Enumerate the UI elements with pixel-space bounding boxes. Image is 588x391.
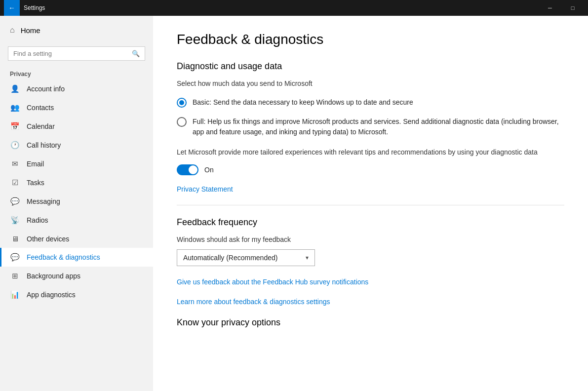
tailored-section: Let Microsoft provide more tailored expe… (177, 147, 564, 175)
sidebar-section-label: Privacy (0, 67, 153, 79)
search-icon: 🔍 (132, 50, 140, 57)
sidebar-item-background-apps[interactable]: ⊞ Background apps (0, 267, 153, 285)
sidebar-item-call-history-label: Call history (27, 141, 61, 149)
back-button[interactable]: ← (4, 0, 20, 16)
titlebar-controls: ─ □ (539, 0, 584, 16)
tailored-text: Let Microsoft provide more tailored expe… (177, 147, 564, 157)
tailored-toggle[interactable] (177, 164, 198, 175)
diagnostic-section-description: Select how much data you send to Microso… (177, 79, 564, 87)
sidebar-item-contacts-label: Contacts (27, 104, 54, 112)
call-history-icon: 🕐 (10, 141, 20, 150)
titlebar: ← Settings ─ □ (0, 0, 588, 16)
titlebar-title: Settings (24, 4, 535, 11)
radio-full-label: Full: Help us fix things and improve Mic… (193, 117, 564, 137)
sidebar-item-calendar-label: Calendar (27, 122, 55, 130)
sidebar-item-radios-label: Radios (27, 216, 48, 224)
feedback-freq-label: Windows should ask for my feedback (177, 235, 564, 243)
calendar-icon: 📅 (10, 122, 20, 131)
app-diagnostics-icon: 📊 (10, 290, 20, 299)
sidebar-item-calendar[interactable]: 📅 Calendar (0, 117, 153, 136)
search-input[interactable] (13, 50, 128, 57)
feedback-freq-title: Feedback frequency (177, 217, 564, 228)
tasks-icon: ☑ (10, 178, 20, 187)
maximize-button[interactable]: □ (561, 0, 584, 16)
radio-full: Full: Help us fix things and improve Mic… (177, 117, 564, 137)
email-icon: ✉ (10, 159, 20, 168)
background-apps-icon: ⊞ (10, 272, 20, 280)
know-privacy-title: Know your privacy options (177, 317, 564, 328)
learn-more-link[interactable]: Learn more about feedback & diagnostics … (177, 298, 564, 306)
sidebar-item-account-info-label: Account info (27, 85, 65, 93)
maximize-icon: □ (571, 5, 575, 11)
tailored-toggle-label: On (204, 166, 214, 174)
sidebar-item-radios[interactable]: 📡 Radios (0, 211, 153, 230)
app-container: ⌂ Home 🔍 Privacy 👤 Account info 👥 Contac… (0, 16, 588, 391)
feedback-diagnostics-icon: 💬 (10, 253, 20, 262)
other-devices-icon: 🖥 (10, 235, 20, 243)
sidebar: ⌂ Home 🔍 Privacy 👤 Account info 👥 Contac… (0, 16, 153, 391)
sidebar-item-messaging-label: Messaging (27, 197, 60, 205)
home-icon: ⌂ (10, 26, 15, 35)
sidebar-item-account-info[interactable]: 👤 Account info (0, 79, 153, 98)
page-title: Feedback & diagnostics (177, 32, 564, 47)
sidebar-item-home[interactable]: ⌂ Home (0, 16, 153, 44)
account-info-icon: 👤 (10, 84, 20, 93)
feedback-hub-link[interactable]: Give us feedback about the Feedback Hub … (177, 278, 564, 286)
sidebar-item-other-devices-label: Other devices (27, 235, 69, 243)
minimize-icon: ─ (548, 5, 552, 11)
diagnostic-section-title: Diagnostic and usage data (177, 61, 564, 72)
sidebar-item-feedback-diagnostics[interactable]: 💬 Feedback & diagnostics (0, 248, 153, 267)
sidebar-item-call-history[interactable]: 🕐 Call history (0, 136, 153, 155)
sidebar-item-email-label: Email (27, 160, 44, 168)
feedback-freq-dropdown[interactable]: Automatically (Recommended) ▾ (177, 249, 315, 266)
sidebar-item-email[interactable]: ✉ Email (0, 155, 153, 173)
radio-basic-label: Basic: Send the data necessary to keep W… (193, 97, 413, 108)
radios-icon: 📡 (10, 216, 20, 225)
sidebar-item-app-diagnostics[interactable]: 📊 App diagnostics (0, 285, 153, 304)
tailored-toggle-row: On (177, 164, 564, 175)
home-label: Home (21, 26, 40, 35)
main-content: Feedback & diagnostics Diagnostic and us… (153, 16, 588, 391)
radio-basic-circle[interactable] (177, 98, 187, 108)
privacy-statement-link[interactable]: Privacy Statement (177, 185, 564, 193)
radio-basic: Basic: Send the data necessary to keep W… (177, 97, 564, 108)
sidebar-item-feedback-diagnostics-label: Feedback & diagnostics (27, 253, 100, 261)
sidebar-item-background-apps-label: Background apps (27, 272, 80, 280)
sidebar-item-app-diagnostics-label: App diagnostics (27, 291, 76, 299)
contacts-icon: 👥 (10, 103, 20, 112)
sidebar-item-messaging[interactable]: 💬 Messaging (0, 192, 153, 211)
search-box: 🔍 (8, 46, 145, 61)
dropdown-value: Automatically (Recommended) (183, 254, 277, 262)
minimize-button[interactable]: ─ (539, 0, 561, 16)
divider-1 (177, 205, 564, 205)
chevron-down-icon: ▾ (306, 254, 309, 261)
sidebar-item-tasks[interactable]: ☑ Tasks (0, 173, 153, 192)
radio-full-circle[interactable] (177, 117, 187, 127)
sidebar-item-other-devices[interactable]: 🖥 Other devices (0, 230, 153, 248)
sidebar-item-contacts[interactable]: 👥 Contacts (0, 98, 153, 117)
sidebar-item-tasks-label: Tasks (27, 179, 44, 187)
messaging-icon: 💬 (10, 197, 20, 206)
